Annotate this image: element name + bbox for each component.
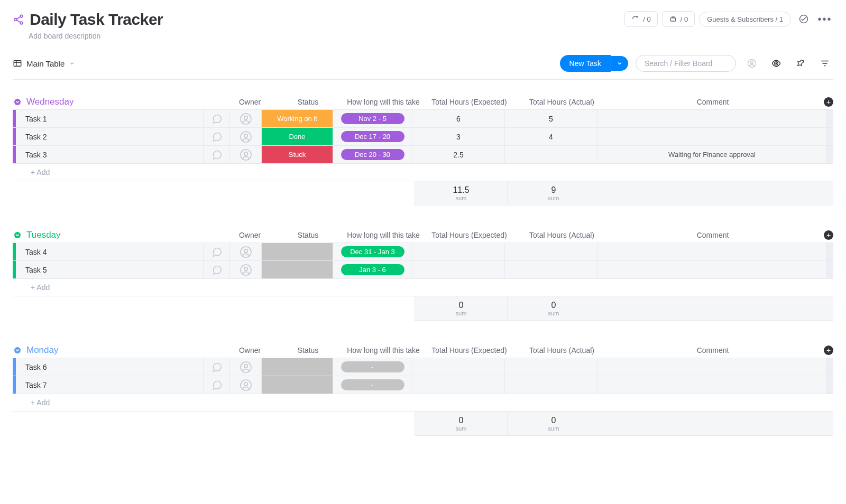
comment-cell[interactable]	[597, 128, 827, 145]
status-cell[interactable]	[262, 261, 333, 278]
task-name[interactable]: Task 5	[16, 261, 204, 278]
status-cell[interactable]	[262, 243, 333, 260]
table-row[interactable]: Task 1Working on itNov 2 - 565	[13, 109, 833, 127]
timeline-cell[interactable]: Jan 3 - 6	[333, 261, 412, 278]
task-name[interactable]: Task 6	[16, 358, 204, 376]
col-howlong[interactable]: How long will this take	[344, 231, 423, 239]
actual-cell[interactable]: 5	[505, 110, 597, 127]
owner-cell[interactable]	[230, 261, 262, 278]
view-selector[interactable]: Main Table	[13, 59, 75, 68]
group-name[interactable]: Tuesday	[26, 230, 227, 240]
add-column-button[interactable]: +	[824, 97, 833, 107]
owner-cell[interactable]	[230, 128, 262, 145]
guests-button[interactable]: Guests & Subscribers / 1	[699, 12, 791, 27]
integrations-button[interactable]: / 0	[662, 11, 695, 27]
expected-cell[interactable]	[412, 358, 505, 376]
add-row[interactable]: + Add	[13, 278, 833, 296]
comment-cell[interactable]	[597, 376, 827, 394]
expected-cell[interactable]: 3	[412, 128, 505, 145]
add-row[interactable]: + Add	[13, 163, 833, 181]
col-owner[interactable]: Owner	[227, 98, 272, 106]
add-column-button[interactable]: +	[824, 346, 833, 355]
chat-icon[interactable]	[204, 110, 230, 127]
col-howlong[interactable]: How long will this take	[344, 98, 423, 106]
group-name[interactable]: Monday	[26, 345, 227, 356]
task-name[interactable]: Task 3	[16, 146, 204, 163]
col-status[interactable]: Status	[272, 346, 344, 354]
add-column-button[interactable]: +	[824, 230, 833, 240]
actual-cell[interactable]	[505, 146, 597, 163]
task-name[interactable]: Task 2	[16, 128, 204, 145]
actual-cell[interactable]: 4	[505, 128, 597, 145]
actual-cell[interactable]	[505, 358, 597, 376]
col-status[interactable]: Status	[272, 231, 344, 239]
table-row[interactable]: Task 5Jan 3 - 6	[13, 260, 833, 278]
owner-cell[interactable]	[230, 243, 262, 260]
task-name[interactable]: Task 1	[16, 110, 204, 127]
col-actual[interactable]: Total Hours (Actual)	[516, 346, 608, 354]
col-comment[interactable]: Comment	[608, 346, 817, 354]
status-cell[interactable]	[262, 376, 333, 394]
col-comment[interactable]: Comment	[608, 231, 817, 239]
owner-cell[interactable]	[230, 376, 262, 394]
col-actual[interactable]: Total Hours (Actual)	[516, 231, 608, 239]
table-row[interactable]: Task 6-	[13, 358, 833, 376]
new-task-button[interactable]: New Task	[560, 55, 611, 72]
timeline-cell[interactable]: -	[333, 376, 412, 394]
collapse-icon[interactable]	[13, 230, 22, 240]
owner-cell[interactable]	[230, 146, 262, 163]
expected-cell[interactable]	[412, 243, 505, 260]
col-expected[interactable]: Total Hours (Expected)	[423, 98, 516, 106]
comment-cell[interactable]	[597, 261, 827, 278]
comment-cell[interactable]: Waiting for Finance approval	[597, 146, 827, 163]
pin-icon[interactable]	[792, 55, 809, 72]
actual-cell[interactable]	[505, 261, 597, 278]
table-row[interactable]: Task 3StuckDec 20 - 302.5Waiting for Fin…	[13, 145, 833, 163]
timeline-cell[interactable]: Nov 2 - 5	[333, 110, 412, 127]
actual-cell[interactable]	[505, 376, 597, 394]
board-title[interactable]: Daily Task Tracker	[30, 11, 163, 29]
col-comment[interactable]: Comment	[608, 98, 817, 106]
task-name[interactable]: Task 4	[16, 243, 204, 260]
status-cell[interactable]: Working on it	[262, 110, 333, 127]
table-row[interactable]: Task 7-	[13, 376, 833, 394]
owner-cell[interactable]	[230, 358, 262, 376]
collapse-icon[interactable]	[13, 97, 22, 107]
filter-icon[interactable]	[816, 55, 833, 72]
comment-cell[interactable]	[597, 243, 827, 260]
chat-icon[interactable]	[204, 376, 230, 394]
timeline-cell[interactable]: Dec 17 - 20	[333, 128, 412, 145]
share-icon[interactable]	[13, 14, 24, 25]
more-menu-icon[interactable]: •••	[816, 11, 833, 27]
board-description[interactable]: Add board description	[29, 32, 163, 40]
status-cell[interactable]	[262, 358, 333, 376]
col-expected[interactable]: Total Hours (Expected)	[423, 231, 516, 239]
chat-icon[interactable]	[204, 128, 230, 145]
collapse-icon[interactable]	[13, 346, 22, 355]
task-name[interactable]: Task 7	[16, 376, 204, 394]
owner-cell[interactable]	[230, 110, 262, 127]
col-owner[interactable]: Owner	[227, 231, 272, 239]
table-row[interactable]: Task 4Dec 31 - Jan 3	[13, 242, 833, 260]
chat-icon[interactable]	[204, 358, 230, 376]
col-howlong[interactable]: How long will this take	[344, 346, 423, 354]
comment-cell[interactable]	[597, 358, 827, 376]
activity-icon[interactable]	[795, 11, 812, 27]
chat-icon[interactable]	[204, 146, 230, 163]
expected-cell[interactable]: 2.5	[412, 146, 505, 163]
hide-icon[interactable]	[768, 55, 785, 72]
expected-cell[interactable]	[412, 376, 505, 394]
expected-cell[interactable]	[412, 261, 505, 278]
col-expected[interactable]: Total Hours (Expected)	[423, 346, 516, 354]
timeline-cell[interactable]: Dec 31 - Jan 3	[333, 243, 412, 260]
col-status[interactable]: Status	[272, 98, 344, 106]
table-row[interactable]: Task 2DoneDec 17 - 2034	[13, 127, 833, 145]
col-owner[interactable]: Owner	[227, 346, 272, 354]
chat-icon[interactable]	[204, 261, 230, 278]
timeline-cell[interactable]: Dec 20 - 30	[333, 146, 412, 163]
automations-button[interactable]: / 0	[624, 11, 657, 27]
actual-cell[interactable]	[505, 243, 597, 260]
search-input[interactable]	[636, 55, 736, 72]
timeline-cell[interactable]: -	[333, 358, 412, 376]
expected-cell[interactable]: 6	[412, 110, 505, 127]
